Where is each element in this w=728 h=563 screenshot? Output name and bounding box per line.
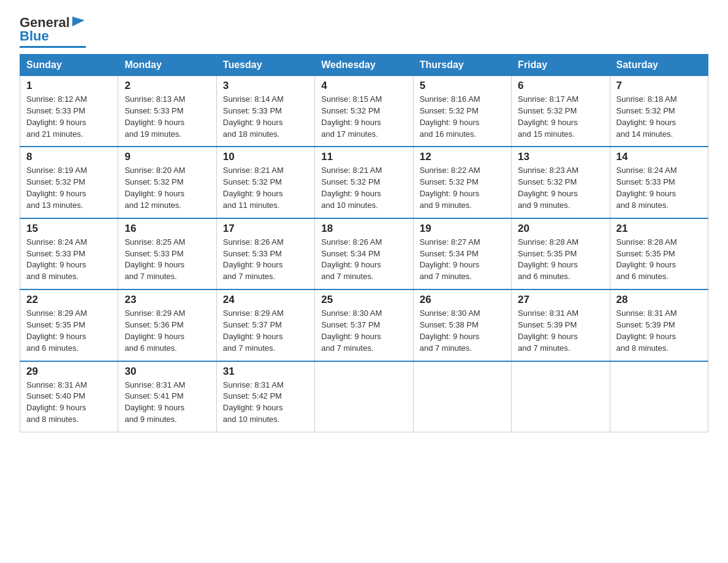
day-info: Sunrise: 8:15 AMSunset: 5:32 PMDaylight:… bbox=[321, 94, 382, 139]
day-info: Sunrise: 8:17 AMSunset: 5:32 PMDaylight:… bbox=[518, 94, 578, 139]
day-number: 30 bbox=[124, 366, 210, 378]
day-number: 13 bbox=[518, 151, 603, 163]
logo-flag-icon bbox=[71, 15, 86, 29]
day-number: 18 bbox=[321, 223, 406, 235]
day-number: 31 bbox=[223, 366, 308, 378]
calendar-cell: 11 Sunrise: 8:21 AMSunset: 5:32 PMDaylig… bbox=[315, 147, 413, 218]
day-number: 4 bbox=[321, 80, 406, 92]
day-number: 24 bbox=[223, 294, 308, 306]
day-number: 11 bbox=[321, 151, 406, 163]
calendar-cell: 23 Sunrise: 8:29 AMSunset: 5:36 PMDaylig… bbox=[118, 289, 216, 361]
col-header-wednesday: Wednesday bbox=[315, 55, 413, 76]
day-info: Sunrise: 8:13 AMSunset: 5:33 PMDaylight:… bbox=[124, 94, 185, 139]
calendar-cell: 6 Sunrise: 8:17 AMSunset: 5:32 PMDayligh… bbox=[512, 76, 610, 147]
day-info: Sunrise: 8:21 AMSunset: 5:32 PMDaylight:… bbox=[223, 166, 284, 210]
calendar-cell: 2 Sunrise: 8:13 AMSunset: 5:33 PMDayligh… bbox=[118, 76, 216, 147]
day-number: 20 bbox=[518, 223, 603, 235]
day-info: Sunrise: 8:22 AMSunset: 5:32 PMDaylight:… bbox=[420, 166, 480, 210]
day-info: Sunrise: 8:29 AMSunset: 5:35 PMDaylight:… bbox=[26, 308, 87, 353]
calendar-cell: 18 Sunrise: 8:26 AMSunset: 5:34 PMDaylig… bbox=[315, 218, 413, 289]
day-info: Sunrise: 8:18 AMSunset: 5:32 PMDaylight:… bbox=[616, 94, 677, 139]
day-number: 8 bbox=[26, 151, 112, 163]
day-number: 1 bbox=[26, 80, 112, 92]
logo-rule bbox=[20, 46, 86, 48]
day-number: 15 bbox=[26, 223, 112, 235]
calendar-cell: 29 Sunrise: 8:31 AMSunset: 5:40 PMDaylig… bbox=[20, 361, 118, 432]
calendar-cell: 9 Sunrise: 8:20 AMSunset: 5:32 PMDayligh… bbox=[118, 147, 216, 218]
calendar-cell bbox=[610, 361, 708, 432]
calendar-cell: 24 Sunrise: 8:29 AMSunset: 5:37 PMDaylig… bbox=[216, 289, 314, 361]
day-info: Sunrise: 8:28 AMSunset: 5:35 PMDaylight:… bbox=[616, 237, 677, 282]
calendar-cell: 28 Sunrise: 8:31 AMSunset: 5:39 PMDaylig… bbox=[610, 289, 708, 361]
day-info: Sunrise: 8:20 AMSunset: 5:32 PMDaylight:… bbox=[124, 166, 185, 210]
calendar-cell: 4 Sunrise: 8:15 AMSunset: 5:32 PMDayligh… bbox=[315, 76, 413, 147]
calendar-week-row: 29 Sunrise: 8:31 AMSunset: 5:40 PMDaylig… bbox=[20, 361, 708, 432]
day-number: 23 bbox=[124, 294, 210, 306]
calendar-cell: 14 Sunrise: 8:24 AMSunset: 5:33 PMDaylig… bbox=[610, 147, 708, 218]
calendar-header-row: SundayMondayTuesdayWednesdayThursdayFrid… bbox=[20, 55, 708, 76]
day-number: 14 bbox=[616, 151, 702, 163]
day-info: Sunrise: 8:27 AMSunset: 5:34 PMDaylight:… bbox=[420, 237, 480, 282]
calendar-cell: 13 Sunrise: 8:23 AMSunset: 5:32 PMDaylig… bbox=[512, 147, 610, 218]
calendar-cell: 20 Sunrise: 8:28 AMSunset: 5:35 PMDaylig… bbox=[512, 218, 610, 289]
col-header-thursday: Thursday bbox=[413, 55, 511, 76]
calendar-cell: 30 Sunrise: 8:31 AMSunset: 5:41 PMDaylig… bbox=[118, 361, 216, 432]
calendar-cell: 31 Sunrise: 8:31 AMSunset: 5:42 PMDaylig… bbox=[216, 361, 314, 432]
day-info: Sunrise: 8:12 AMSunset: 5:33 PMDaylight:… bbox=[26, 94, 87, 139]
day-number: 2 bbox=[124, 80, 210, 92]
day-info: Sunrise: 8:26 AMSunset: 5:33 PMDaylight:… bbox=[223, 237, 284, 282]
day-number: 12 bbox=[420, 151, 505, 163]
day-number: 21 bbox=[616, 223, 702, 235]
col-header-saturday: Saturday bbox=[610, 55, 708, 76]
day-number: 25 bbox=[321, 294, 406, 306]
day-number: 26 bbox=[420, 294, 505, 306]
calendar-cell: 22 Sunrise: 8:29 AMSunset: 5:35 PMDaylig… bbox=[20, 289, 118, 361]
calendar-cell: 25 Sunrise: 8:30 AMSunset: 5:37 PMDaylig… bbox=[315, 289, 413, 361]
day-info: Sunrise: 8:28 AMSunset: 5:35 PMDaylight:… bbox=[518, 237, 578, 282]
day-info: Sunrise: 8:14 AMSunset: 5:33 PMDaylight:… bbox=[223, 94, 284, 139]
day-number: 7 bbox=[616, 80, 702, 92]
calendar-week-row: 1 Sunrise: 8:12 AMSunset: 5:33 PMDayligh… bbox=[20, 76, 708, 147]
day-number: 22 bbox=[26, 294, 112, 306]
day-number: 28 bbox=[616, 294, 702, 306]
calendar-cell bbox=[413, 361, 511, 432]
day-info: Sunrise: 8:30 AMSunset: 5:37 PMDaylight:… bbox=[321, 308, 382, 353]
day-info: Sunrise: 8:24 AMSunset: 5:33 PMDaylight:… bbox=[26, 237, 87, 282]
calendar-cell: 10 Sunrise: 8:21 AMSunset: 5:32 PMDaylig… bbox=[216, 147, 314, 218]
day-info: Sunrise: 8:31 AMSunset: 5:39 PMDaylight:… bbox=[616, 308, 677, 353]
page-header: General Blue bbox=[20, 15, 708, 48]
day-info: Sunrise: 8:24 AMSunset: 5:33 PMDaylight:… bbox=[616, 166, 677, 210]
day-number: 10 bbox=[223, 151, 308, 163]
day-number: 3 bbox=[223, 80, 308, 92]
calendar-cell: 15 Sunrise: 8:24 AMSunset: 5:33 PMDaylig… bbox=[20, 218, 118, 289]
day-info: Sunrise: 8:30 AMSunset: 5:38 PMDaylight:… bbox=[420, 308, 480, 353]
calendar-cell: 7 Sunrise: 8:18 AMSunset: 5:32 PMDayligh… bbox=[610, 76, 708, 147]
calendar-cell bbox=[315, 361, 413, 432]
calendar-cell: 27 Sunrise: 8:31 AMSunset: 5:39 PMDaylig… bbox=[512, 289, 610, 361]
day-number: 5 bbox=[420, 80, 505, 92]
calendar-cell bbox=[512, 361, 610, 432]
day-number: 27 bbox=[518, 294, 603, 306]
calendar-cell: 17 Sunrise: 8:26 AMSunset: 5:33 PMDaylig… bbox=[216, 218, 314, 289]
calendar-cell: 3 Sunrise: 8:14 AMSunset: 5:33 PMDayligh… bbox=[216, 76, 314, 147]
calendar-cell: 12 Sunrise: 8:22 AMSunset: 5:32 PMDaylig… bbox=[413, 147, 511, 218]
calendar-cell: 8 Sunrise: 8:19 AMSunset: 5:32 PMDayligh… bbox=[20, 147, 118, 218]
calendar-week-row: 22 Sunrise: 8:29 AMSunset: 5:35 PMDaylig… bbox=[20, 289, 708, 361]
day-info: Sunrise: 8:16 AMSunset: 5:32 PMDaylight:… bbox=[420, 94, 480, 139]
calendar-cell: 19 Sunrise: 8:27 AMSunset: 5:34 PMDaylig… bbox=[413, 218, 511, 289]
day-number: 16 bbox=[124, 223, 210, 235]
day-info: Sunrise: 8:31 AMSunset: 5:40 PMDaylight:… bbox=[26, 380, 87, 424]
day-number: 19 bbox=[420, 223, 505, 235]
day-info: Sunrise: 8:19 AMSunset: 5:32 PMDaylight:… bbox=[26, 166, 87, 210]
calendar-week-row: 15 Sunrise: 8:24 AMSunset: 5:33 PMDaylig… bbox=[20, 218, 708, 289]
calendar-table: SundayMondayTuesdayWednesdayThursdayFrid… bbox=[20, 54, 708, 432]
svg-marker-0 bbox=[72, 17, 85, 26]
day-info: Sunrise: 8:31 AMSunset: 5:39 PMDaylight:… bbox=[518, 308, 578, 353]
calendar-cell: 5 Sunrise: 8:16 AMSunset: 5:32 PMDayligh… bbox=[413, 76, 511, 147]
day-number: 17 bbox=[223, 223, 308, 235]
col-header-tuesday: Tuesday bbox=[216, 55, 314, 76]
day-number: 6 bbox=[518, 80, 603, 92]
col-header-sunday: Sunday bbox=[20, 55, 118, 76]
logo-blue: Blue bbox=[20, 28, 49, 44]
day-info: Sunrise: 8:29 AMSunset: 5:37 PMDaylight:… bbox=[223, 308, 284, 353]
